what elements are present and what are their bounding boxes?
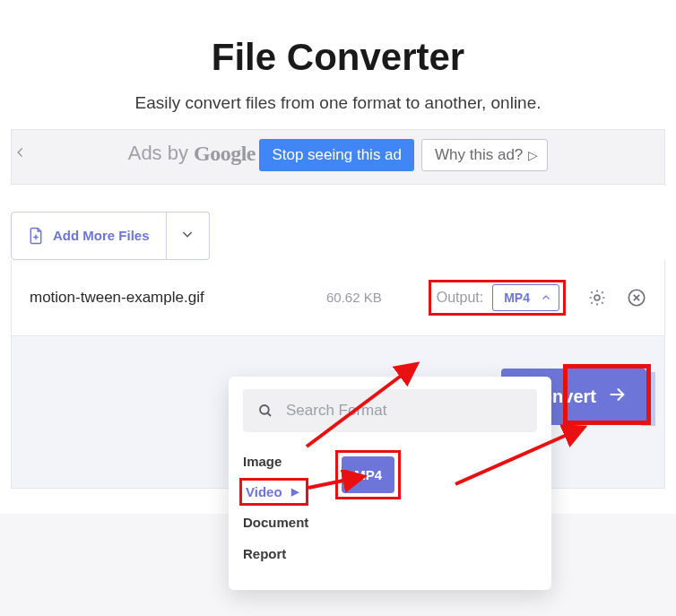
back-arrow-icon[interactable] [14, 146, 27, 162]
format-select[interactable]: MP4 [492, 284, 559, 311]
ads-provider: Google [194, 142, 256, 166]
svg-point-2 [260, 405, 269, 414]
stop-ad-button[interactable]: Stop seeing this ad [259, 139, 414, 171]
file-name: motion-tween-example.gif [30, 289, 204, 307]
search-format-field[interactable] [243, 389, 537, 432]
remove-file-button[interactable] [627, 288, 646, 308]
category-list: Image Video ▶ Document Report [243, 447, 308, 568]
category-image[interactable]: Image [243, 447, 308, 476]
arrow-right-icon [607, 385, 627, 409]
ads-provider-label: Ads by Google [128, 142, 256, 166]
category-video[interactable]: Video ▶ [239, 478, 308, 506]
file-size: 60.62 KB [326, 290, 382, 305]
add-more-files-button[interactable]: Add More Files [11, 212, 167, 260]
why-ad-label: Why this ad? [435, 146, 523, 164]
add-file-icon [28, 227, 44, 245]
settings-button[interactable] [587, 288, 607, 308]
category-video-label: Video [246, 484, 282, 499]
add-more-files-label: Add More Files [53, 228, 150, 243]
search-icon [257, 403, 273, 419]
format-popover: Image Video ▶ Document Report MP4 [229, 377, 551, 590]
format-selected: MP4 [504, 291, 530, 305]
chevron-up-icon [541, 292, 551, 303]
why-ad-button[interactable]: Why this ad? ▷ [421, 139, 548, 171]
caret-right-icon: ▶ [291, 486, 299, 498]
output-highlight: Output: MP4 [429, 280, 566, 316]
output-label: Output: [437, 290, 483, 306]
ad-banner: Ads by Google Stop seeing this ad Why th… [11, 129, 665, 185]
format-option-highlight: MP4 [335, 450, 401, 499]
ads-prefix: Ads by [128, 142, 188, 165]
page-subtitle: Easily convert files from one format to … [0, 93, 676, 113]
add-more-dropdown-button[interactable] [167, 212, 210, 260]
adchoices-icon: ▷ [528, 148, 538, 162]
format-option-mp4[interactable]: MP4 [342, 456, 394, 493]
search-input[interactable] [286, 402, 523, 420]
page-title: File Converter [0, 36, 676, 79]
category-document[interactable]: Document [243, 508, 308, 537]
svg-point-0 [594, 295, 600, 300]
category-report[interactable]: Report [243, 539, 308, 568]
chevron-down-icon [180, 227, 195, 244]
file-row: motion-tween-example.gif 60.62 KB Output… [11, 260, 665, 336]
